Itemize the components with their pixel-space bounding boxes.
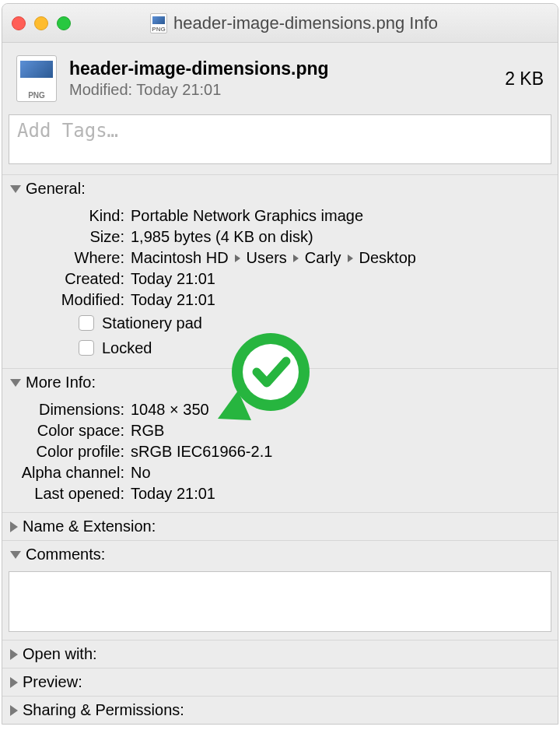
comments-input[interactable]	[9, 571, 551, 632]
window-title: header-image-dimensions.png Info	[173, 13, 438, 33]
file-icon: PNG	[150, 13, 167, 33]
section-title: Name & Extension:	[23, 518, 156, 535]
section-toggle-more-info[interactable]: More Info:	[2, 368, 558, 396]
locked-label: Locked	[102, 335, 152, 360]
dimensions-value: 1048 × 350	[131, 399, 558, 420]
close-button[interactable]	[12, 16, 26, 30]
where-value: Macintosh HD Users Carly Desktop	[131, 247, 558, 268]
dimensions-label: Dimensions:	[2, 399, 131, 420]
stationery-label: Stationery pad	[102, 311, 202, 335]
stationery-row[interactable]: Stationery pad	[2, 311, 558, 335]
summary-row: PNG header-image-dimensions.png Modified…	[2, 43, 558, 114]
section-title: Open with:	[23, 645, 97, 663]
section-title: Preview:	[23, 673, 82, 691]
chevron-right-icon	[10, 521, 18, 532]
get-info-window: PNG header-image-dimensions.png Info PNG…	[2, 3, 558, 725]
chevron-right-icon	[10, 677, 18, 688]
last-opened-label: Last opened:	[2, 483, 131, 504]
section-title: Comments:	[26, 546, 105, 563]
where-label: Where:	[2, 247, 131, 268]
chevron-right-icon	[10, 705, 18, 716]
locked-row[interactable]: Locked	[2, 335, 558, 360]
chevron-right-icon	[293, 254, 299, 262]
created-label: Created:	[2, 268, 131, 290]
color-profile-value: sRGB IEC61966-2.1	[131, 441, 558, 462]
color-space-label: Color space:	[2, 420, 131, 441]
section-title: General:	[26, 180, 86, 198]
modified-label: Modified:	[69, 81, 132, 98]
path-segment: Users	[247, 247, 287, 268]
modified-line: Modified: Today 21:01	[69, 81, 505, 99]
path-segment: Desktop	[359, 247, 416, 268]
path-segment: Carly	[305, 247, 341, 268]
size-label: Size:	[2, 226, 131, 247]
tags-input[interactable]	[9, 114, 551, 164]
color-profile-label: Color profile:	[2, 441, 131, 462]
chevron-down-icon	[10, 185, 21, 193]
modified-value: Today 21:01	[131, 290, 558, 311]
path-segment: Macintosh HD	[131, 247, 229, 268]
section-toggle-preview[interactable]: Preview:	[2, 668, 558, 696]
checkbox-icon[interactable]	[79, 340, 94, 356]
file-icon: PNG	[16, 55, 57, 102]
kind-value: Portable Network Graphics image	[131, 205, 558, 226]
created-value: Today 21:01	[131, 268, 558, 290]
section-toggle-general[interactable]: General:	[2, 174, 558, 202]
chevron-right-icon	[235, 254, 240, 262]
section-toggle-open-with[interactable]: Open with:	[2, 640, 558, 668]
color-space-value: RGB	[131, 420, 558, 441]
section-toggle-comments[interactable]: Comments:	[2, 540, 558, 568]
section-toggle-name-extension[interactable]: Name & Extension:	[2, 512, 558, 540]
chevron-right-icon	[10, 649, 18, 660]
section-toggle-sharing[interactable]: Sharing & Permissions:	[2, 696, 558, 724]
chevron-right-icon	[348, 254, 353, 262]
alpha-label: Alpha channel:	[2, 462, 131, 483]
filename: header-image-dimensions.png	[69, 58, 505, 79]
checkbox-icon[interactable]	[79, 315, 94, 331]
kind-label: Kind:	[2, 205, 131, 226]
last-opened-value: Today 21:01	[131, 483, 558, 504]
section-title: Sharing & Permissions:	[23, 701, 184, 719]
general-content: Kind:Portable Network Graphics image Siz…	[2, 202, 558, 368]
window-title-wrap: PNG header-image-dimensions.png Info	[40, 13, 548, 33]
modified-label: Modified:	[2, 290, 131, 311]
size-value: 1,985 bytes (4 KB on disk)	[131, 226, 558, 247]
more-info-content: Dimensions:1048 × 350 Color space:RGB Co…	[2, 396, 558, 512]
chevron-down-icon	[10, 551, 21, 559]
titlebar: PNG header-image-dimensions.png Info	[2, 4, 558, 43]
section-title: More Info:	[26, 374, 96, 391]
chevron-down-icon	[10, 379, 21, 387]
alpha-value: No	[131, 462, 558, 483]
file-size: 2 KB	[505, 68, 544, 89]
tags-area	[9, 114, 551, 168]
modified-value: Today 21:01	[136, 81, 221, 98]
